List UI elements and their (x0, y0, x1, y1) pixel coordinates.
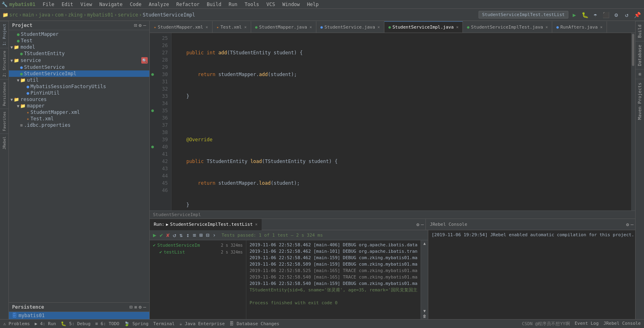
tree-item-studentmapperxml[interactable]: ✦ StudentMapper.xml (9, 109, 149, 116)
run-tab-close[interactable]: × (255, 222, 258, 227)
scroll-down-icon[interactable]: ▼ (423, 309, 426, 313)
tab-close[interactable]: × (545, 25, 548, 29)
menu-window[interactable]: Window (279, 1, 303, 8)
run-collapse-icon[interactable]: ⊟ (205, 231, 210, 239)
more-options[interactable]: ⚙ (612, 10, 621, 19)
right-tab-build[interactable]: Build (636, 21, 644, 41)
right-tab-maven[interactable]: Maven Projects (636, 79, 644, 123)
sidebar-expand-icon[interactable]: ⊡ (134, 23, 137, 28)
tree-item-mybatissessionfactoryutils[interactable]: ● MybatisSessionFactoryUtils (9, 83, 149, 90)
trash-icon[interactable]: 🗑 (423, 314, 427, 318)
menu-view[interactable]: View (77, 1, 95, 8)
status-run[interactable]: ▶ 4: Run (35, 321, 56, 326)
code-content[interactable]: public int add(TStudentEntity student) {… (171, 33, 631, 210)
tab-close[interactable]: × (378, 25, 380, 29)
editor-scrollbar[interactable] (631, 33, 635, 210)
menu-refactor[interactable]: Refactor (173, 1, 203, 8)
run-expand-icon[interactable]: ⊞ (198, 231, 203, 239)
strip-structure[interactable]: 2: Structure (0, 48, 9, 79)
menu-edit[interactable]: Edit (58, 1, 76, 8)
persistence-icon4[interactable]: — (143, 304, 146, 310)
strip-project[interactable]: 1: Project (0, 21, 9, 48)
status-jrebel-console[interactable]: JRebel Console (603, 321, 641, 327)
sidebar-collapse-icon[interactable]: — (143, 23, 146, 28)
persistence-icon1[interactable]: ⊡ (130, 304, 132, 310)
menu-analyze[interactable]: Analyze (145, 1, 172, 8)
pin-button[interactable]: 📌 (633, 10, 642, 19)
tree-item-studentmapper[interactable]: ● StudentMapper (9, 31, 149, 37)
tab-close[interactable]: × (456, 25, 458, 29)
menu-vcs[interactable]: VCS (263, 1, 279, 8)
menu-tools[interactable]: Tools (242, 1, 262, 8)
tree-item-model[interactable]: ▼ 📁 model (9, 44, 149, 50)
tab-studentservicejava[interactable]: ● StudentService.java × (316, 21, 384, 33)
run-play-btn[interactable]: ▶ (152, 231, 157, 239)
run-filter-icon[interactable]: ≡ (192, 231, 197, 239)
strip-persistence[interactable]: Persistence (0, 79, 9, 109)
coverage-button[interactable]: ☂ (591, 10, 600, 19)
menu-help[interactable]: Help (304, 1, 322, 8)
stop-button[interactable]: ⬛ (601, 10, 610, 19)
tab-studentmapperjava[interactable]: ● StudentMapper.java × (251, 21, 316, 33)
status-java-enterprise[interactable]: ☕ Java Enterprise (180, 321, 225, 326)
menu-build[interactable]: Build (204, 1, 225, 8)
right-tab-m[interactable]: m (636, 69, 644, 79)
menu-navigate[interactable]: Navigate (96, 1, 126, 8)
persistence-icon2[interactable]: ≡ (134, 304, 137, 310)
status-problems[interactable]: ⚠ Problems (3, 321, 30, 326)
run-rerun-icon[interactable]: ↺ (172, 231, 177, 239)
search-icon-box[interactable]: 🔍 (141, 57, 148, 64)
tree-item-studentservice[interactable]: ● StudentService (9, 64, 149, 70)
debug-button[interactable]: 🐛 (580, 10, 589, 19)
persistence-icon3[interactable]: ⚙ (139, 304, 142, 310)
tab-close[interactable]: × (206, 25, 208, 29)
tree-item-mapper[interactable]: ▼ 📁 mapper (9, 103, 149, 109)
run-sort2-icon[interactable]: ↕ (185, 231, 190, 239)
status-database-changes[interactable]: 🗄 Database Changes (229, 321, 279, 326)
tab-testxml[interactable]: ✦ Test.xml × (213, 21, 251, 33)
tab-studentmapperxml[interactable]: ✦ StudentMapper.xml × (150, 21, 213, 33)
status-terminal[interactable]: Terminal (153, 321, 175, 326)
strip-jrebel[interactable]: JRebel (0, 134, 9, 152)
tree-item-jdbcprops[interactable]: ≡ .idbc.properties (9, 122, 149, 128)
tab-studentserviceimpltestjava[interactable]: ● StudentServiceImplTest.java × (463, 21, 552, 33)
run-settings-icon[interactable]: ⚙ (417, 222, 419, 227)
tab-runaftersjava[interactable]: ● RunAfters.java × (552, 21, 607, 33)
update-button[interactable]: ↺ (622, 10, 631, 19)
tree-item-testxml[interactable]: ✦ Test.xml (9, 116, 149, 122)
tree-item-resources[interactable]: ▼ 📁 resources (9, 96, 149, 103)
tree-item-studentserviceimpl[interactable]: ● StudentServiceImpl (9, 70, 149, 77)
run-config-selector[interactable]: StudentServiceImplTest.testList (479, 11, 568, 19)
tab-close[interactable]: × (600, 25, 603, 29)
jrebel-hide-icon[interactable]: — (631, 222, 634, 227)
run-test-case[interactable]: ✔ testList 2 s 324ms (151, 249, 244, 256)
tree-item-service[interactable]: ▼ 📁 service 🔍 (9, 57, 149, 64)
run-sort-icon[interactable]: ⇅ (179, 231, 184, 239)
strip-favorites[interactable]: Favorites (0, 109, 9, 134)
status-debug[interactable]: 🐛 5: Debug (61, 321, 91, 326)
status-event-log[interactable]: Event Log (575, 321, 599, 327)
tree-item-pinyinutil[interactable]: ● PinYinUtil (9, 90, 149, 96)
tree-item-test[interactable]: ● Test (9, 37, 149, 44)
menu-run[interactable]: Run (225, 1, 241, 8)
sidebar-settings-icon[interactable]: ⚙ (139, 23, 142, 28)
menu-code[interactable]: Code (127, 1, 145, 8)
tab-jrebel[interactable]: JRebel Console (425, 219, 471, 230)
tab-close[interactable]: × (310, 25, 312, 29)
right-tab-database[interactable]: Database (636, 41, 644, 69)
tab-run[interactable]: Run: ▶ StudentServiceImplTest.testList × (150, 219, 262, 230)
status-spring[interactable]: 🍃 Spring (124, 321, 148, 326)
run-hide-icon[interactable]: — (421, 222, 424, 227)
tree-item-util[interactable]: ▼ 📁 util (9, 77, 149, 83)
run-test-suite[interactable]: ✔ StudentServiceIm 2 s 324ms (151, 242, 244, 249)
tab-studentserviceimpljava[interactable]: ● StudentServiceImpl.java × (384, 21, 463, 33)
tree-item-tstudententity[interactable]: ● TStudentEntity (9, 50, 149, 57)
menu-file[interactable]: File (39, 1, 58, 8)
jrebel-settings-icon[interactable]: ⚙ (626, 222, 629, 227)
run-next-icon[interactable]: › (212, 231, 217, 239)
scroll-up-icon[interactable]: ▲ (423, 241, 426, 245)
tab-close[interactable]: × (244, 25, 247, 29)
persistence-mybatis01[interactable]: 🗄 mybatis01 (9, 312, 149, 319)
status-todo[interactable]: ≡ 6: TODO (95, 321, 120, 326)
run-button[interactable]: ▶ (570, 10, 579, 19)
